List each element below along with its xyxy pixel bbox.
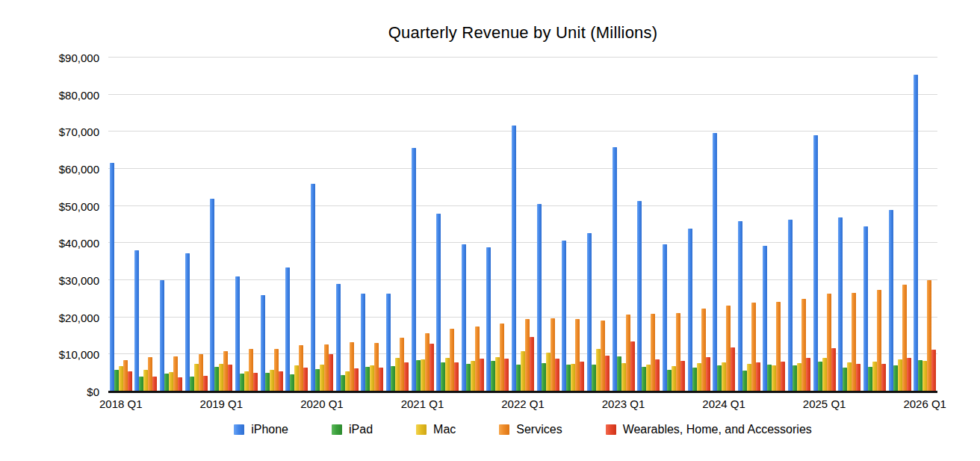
bar-group	[510, 58, 536, 392]
bar-group	[410, 58, 435, 392]
bar-iphone	[889, 210, 893, 392]
bar-group	[611, 58, 636, 392]
bar-wearables-home-and-accessories	[203, 376, 208, 392]
bar-iphone	[663, 244, 667, 392]
x-axis-labels: 2018 Q12019 Q12020 Q12021 Q12022 Q12023 …	[108, 397, 937, 412]
y-tick-label: $0	[36, 386, 99, 397]
bar-iphone	[713, 133, 717, 392]
bar-wearables-home-and-accessories	[530, 337, 534, 392]
bar-group	[134, 58, 159, 392]
bar-services	[551, 318, 555, 392]
bar-iphone	[838, 217, 843, 392]
legend-item: Services	[499, 423, 562, 436]
bar-group	[762, 58, 787, 392]
y-tick-label: $50,000	[36, 201, 99, 212]
y-tick-label: $80,000	[36, 90, 99, 101]
bar-wearables-home-and-accessories	[404, 362, 409, 392]
x-axis-line	[108, 391, 937, 393]
y-tick-label: $20,000	[36, 312, 99, 324]
bar-iphone	[688, 229, 692, 392]
bar-wearables-home-and-accessories	[881, 364, 886, 392]
bar-wearables-home-and-accessories	[630, 341, 635, 392]
bar-group	[661, 58, 686, 392]
y-tick-label: $40,000	[36, 238, 99, 249]
bar-wearables-home-and-accessories	[178, 377, 182, 392]
plot-area	[108, 58, 937, 392]
x-tick-label: 2026 Q1	[891, 397, 958, 410]
bar-mac	[345, 371, 350, 392]
bar-wearables-home-and-accessories	[680, 361, 685, 392]
y-tick-label: $70,000	[36, 126, 99, 137]
bar-iphone	[412, 148, 416, 392]
x-tick-label: 2023 Q1	[590, 397, 657, 410]
bar-wearables-home-and-accessories	[228, 365, 232, 392]
bar-services	[902, 285, 907, 392]
bar-services	[199, 354, 203, 392]
bar-services	[274, 349, 279, 392]
bar-wearables-home-and-accessories	[580, 362, 584, 392]
bar-group	[862, 58, 887, 392]
bar-group	[309, 58, 335, 392]
legend-swatch-icon	[332, 424, 342, 435]
bar-wearables-home-and-accessories	[354, 368, 359, 392]
bar-mac	[194, 364, 199, 392]
bar-services	[425, 333, 429, 392]
bar-wearables-home-and-accessories	[555, 359, 559, 392]
bar-mac	[395, 358, 400, 392]
bar-group	[259, 58, 285, 392]
bar-mac	[119, 366, 123, 392]
bar-group	[234, 58, 259, 392]
bar-services	[350, 342, 354, 392]
bar-ipad	[893, 365, 898, 392]
bar-wearables-home-and-accessories	[480, 359, 484, 392]
legend-swatch-icon	[499, 424, 509, 435]
bar-group	[209, 58, 235, 392]
bar-group	[460, 58, 486, 392]
bar-group	[686, 58, 712, 392]
bar-ipad	[692, 368, 697, 392]
bar-wearables-home-and-accessories	[907, 358, 911, 392]
bar-mac	[546, 353, 551, 392]
bar-group	[561, 58, 586, 392]
bar-group	[385, 58, 410, 392]
legend-swatch-icon	[234, 424, 244, 435]
legend-label: iPad	[349, 423, 373, 436]
bar-wearables-home-and-accessories	[756, 362, 760, 392]
bar-group	[787, 58, 812, 392]
bar-ipad	[190, 377, 194, 392]
bar-services	[827, 294, 831, 392]
legend-item: iPad	[332, 423, 373, 436]
bar-mac	[822, 358, 827, 392]
bar-services	[751, 303, 756, 392]
chart-title: Quarterly Revenue by Unit (Millions)	[108, 23, 937, 43]
x-tick-label: 2020 Q1	[288, 397, 356, 410]
bar-group	[711, 58, 736, 392]
bar-wearables-home-and-accessories	[152, 377, 157, 392]
chart-legend: iPhoneiPadMacServicesWearables, Home, an…	[108, 423, 937, 436]
bar-mac	[270, 370, 274, 392]
bar-services	[626, 315, 630, 392]
bar-wearables-home-and-accessories	[655, 359, 660, 392]
bar-iphone	[537, 204, 542, 392]
bar-mac	[421, 359, 425, 392]
bar-iphone	[386, 294, 391, 392]
bar-wearables-home-and-accessories	[303, 368, 308, 392]
x-tick-label: 2019 Q1	[187, 397, 255, 410]
bar-group	[284, 58, 309, 392]
bar-wearables-home-and-accessories	[605, 356, 610, 392]
x-tick-label: 2024 Q1	[690, 397, 757, 410]
bar-services	[701, 309, 706, 392]
legend-label: Services	[516, 423, 562, 436]
bar-wearables-home-and-accessories	[504, 359, 509, 392]
x-tick-label: 2021 Q1	[388, 397, 456, 410]
bar-wearables-home-and-accessories	[429, 344, 434, 392]
legend-swatch-icon	[606, 424, 616, 435]
bar-group	[108, 58, 134, 392]
legend-item: Wearables, Home, and Accessories	[606, 423, 812, 436]
bar-iphone	[637, 201, 642, 392]
bar-services	[400, 338, 404, 392]
bar-group	[736, 58, 762, 392]
bar-ipad	[542, 363, 546, 392]
bar-mac	[747, 364, 751, 392]
bar-group	[586, 58, 611, 392]
